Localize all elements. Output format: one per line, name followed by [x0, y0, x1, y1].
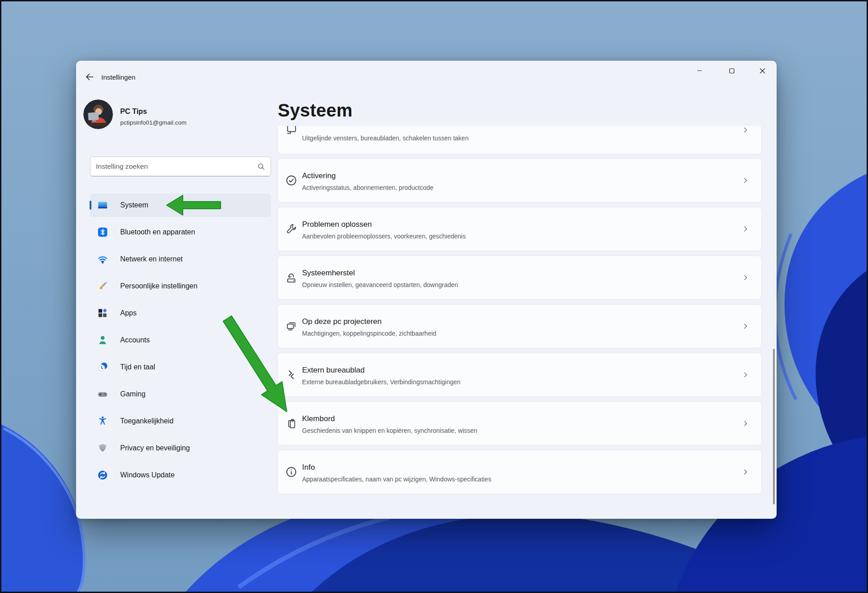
settings-card-op-deze-pc-projecteren[interactable]: Op deze pc projecteren Machtigingen, kop…: [277, 304, 762, 348]
clipboard-icon: [285, 417, 298, 430]
chevron-right-icon: [741, 322, 750, 330]
recovery-icon: [285, 271, 298, 284]
sidebar-item-privacy-en-beveiliging[interactable]: Privacy en beveiliging: [90, 436, 271, 460]
settings-card-title: Klembord: [302, 414, 335, 423]
close-button[interactable]: [752, 61, 773, 81]
sidebar-item-tijd-en-taal[interactable]: Tijd en taal: [90, 355, 271, 379]
settings-card-title: Systeemherstel: [302, 269, 355, 278]
settings-card-problemen-oplossen[interactable]: Problemen oplossen Aanbevolen probleemop…: [277, 207, 762, 251]
chevron-right-icon: [741, 419, 750, 427]
activation-check-icon: [285, 174, 298, 187]
settings-card-subtitle: Aanbevolen probleemoplossers, voorkeuren…: [302, 233, 466, 240]
settings-window: Instellingen PC Tips pct: [76, 61, 777, 519]
sidebar-item-label: Tijd en taal: [120, 363, 155, 371]
settings-card-title: Extern bureaublad: [302, 366, 365, 375]
vertical-scrollbar[interactable]: [773, 349, 775, 504]
account-header[interactable]: PC Tips pctipsinfo01@gmail.com: [83, 99, 272, 131]
bluetooth-icon: [97, 226, 108, 238]
sidebar-item-gaming[interactable]: Gaming: [90, 382, 271, 406]
settings-card-subtitle: Uitgelijnde vensters, bureaubladen, scha…: [302, 135, 469, 142]
settings-card-subtitle: Machtigingen, koppelingspincode, zichtba…: [302, 330, 436, 337]
windows-update-icon: [97, 469, 108, 481]
sidebar-item-netwerk[interactable]: Netwerk en internet: [90, 247, 271, 271]
settings-card-subtitle: Externe bureaubladgebruikers, Verbinding…: [302, 378, 461, 386]
accounts-person-icon: [97, 334, 108, 346]
settings-card-activering[interactable]: Activering Activeringsstatus, abonnement…: [277, 158, 762, 202]
minimize-icon: [697, 68, 702, 73]
profile-email: pctipsinfo01@gmail.com: [120, 119, 186, 126]
multitasking-icon: [285, 126, 298, 136]
settings-card-title: Activering: [302, 171, 336, 180]
sidebar-item-label: Accounts: [120, 336, 150, 344]
system-icon: [97, 199, 108, 211]
selected-accent-bar: [90, 201, 91, 210]
window-title: Instellingen: [101, 73, 136, 81]
sidebar-item-label: Windows Update: [120, 471, 175, 479]
settings-card-subtitle: Opnieuw instellen, geavanceerd opstarten…: [302, 281, 458, 288]
sidebar-item-apps[interactable]: Apps: [90, 301, 271, 325]
settings-card-info[interactable]: Info Apparaatspecificaties, naam van pc …: [277, 450, 762, 494]
settings-card-systeemherstel[interactable]: Systeemherstel Opnieuw instellen, geavan…: [277, 256, 762, 300]
settings-card-extern-bureaublad[interactable]: Extern bureaublad Externe bureaubladgebr…: [277, 353, 762, 397]
gamepad-icon: [97, 388, 108, 400]
maximize-button[interactable]: [721, 61, 742, 81]
settings-card-title: Op deze pc projecteren: [302, 317, 382, 326]
settings-card-title: Info: [302, 463, 315, 472]
settings-card-title: Problemen oplossen: [302, 220, 372, 229]
settings-card-multitasking[interactable]: Uitgelijnde vensters, bureaubladen, scha…: [277, 126, 762, 154]
time-language-icon: [97, 361, 108, 373]
close-icon: [760, 68, 765, 74]
settings-scroll-area: Uitgelijnde vensters, bureaubladen, scha…: [274, 126, 775, 518]
sidebar-item-label: Gaming: [120, 390, 145, 398]
chevron-right-icon: [741, 468, 750, 476]
remote-desktop-icon: [285, 368, 298, 381]
accessibility-icon: [97, 415, 108, 427]
sidebar-item-bluetooth[interactable]: Bluetooth en apparaten: [90, 220, 271, 244]
info-icon: [285, 466, 298, 478]
sidebar-item-systeem[interactable]: Systeem: [90, 193, 271, 217]
shield-icon: [97, 442, 108, 454]
apps-icon: [97, 307, 108, 319]
project-to-pc-icon: [285, 320, 298, 332]
settings-card-klembord[interactable]: Klembord Geschiedenis van knippen en kop…: [277, 401, 762, 445]
sidebar-item-toegankelijkheid[interactable]: Toegankelijkheid: [90, 409, 271, 433]
sidebar-item-label: Netwerk en internet: [120, 255, 183, 263]
settings-card-subtitle: Geschiedenis van knippen en kopiëren, sy…: [302, 427, 477, 434]
chevron-right-icon: [741, 371, 750, 379]
personalization-brush-icon: [97, 280, 108, 292]
sidebar-item-windows-update[interactable]: Windows Update: [90, 463, 271, 487]
sidebar-item-label: Systeem: [120, 201, 148, 209]
search-placeholder: Instelling zoeken: [96, 162, 257, 171]
network-icon: [97, 253, 108, 265]
profile-name: PC Tips: [120, 108, 147, 116]
sidebar-item-label: Toegankelijkheid: [120, 417, 173, 425]
sidebar-item-label: Bluetooth en apparaten: [120, 228, 195, 236]
avatar: [83, 99, 113, 129]
page-title: Systeem: [278, 100, 353, 121]
chevron-right-icon: [741, 176, 750, 184]
search-input[interactable]: Instelling zoeken: [90, 157, 271, 176]
minimize-button[interactable]: [689, 61, 710, 81]
sidebar-item-label: Apps: [120, 309, 136, 317]
maximize-icon: [729, 68, 735, 74]
back-arrow-icon: [85, 72, 94, 81]
back-button[interactable]: [81, 70, 98, 84]
search-icon: [257, 162, 265, 171]
sidebar-item-label: Persoonlijke instellingen: [120, 282, 198, 290]
settings-card-subtitle: Activeringsstatus, abonnementen, product…: [302, 184, 434, 191]
sidebar-item-persoonlijke-instellingen[interactable]: Persoonlijke instellingen: [90, 274, 271, 298]
sidebar-item-label: Privacy en beveiliging: [120, 444, 190, 452]
settings-card-subtitle: Apparaatspecificaties, naam van pc wijzi…: [302, 476, 491, 483]
chevron-right-icon: [741, 274, 750, 282]
sidebar-item-accounts[interactable]: Accounts: [90, 328, 271, 352]
chevron-right-icon: [741, 225, 750, 233]
chevron-right-icon: [741, 126, 750, 134]
wrench-icon: [285, 223, 298, 235]
